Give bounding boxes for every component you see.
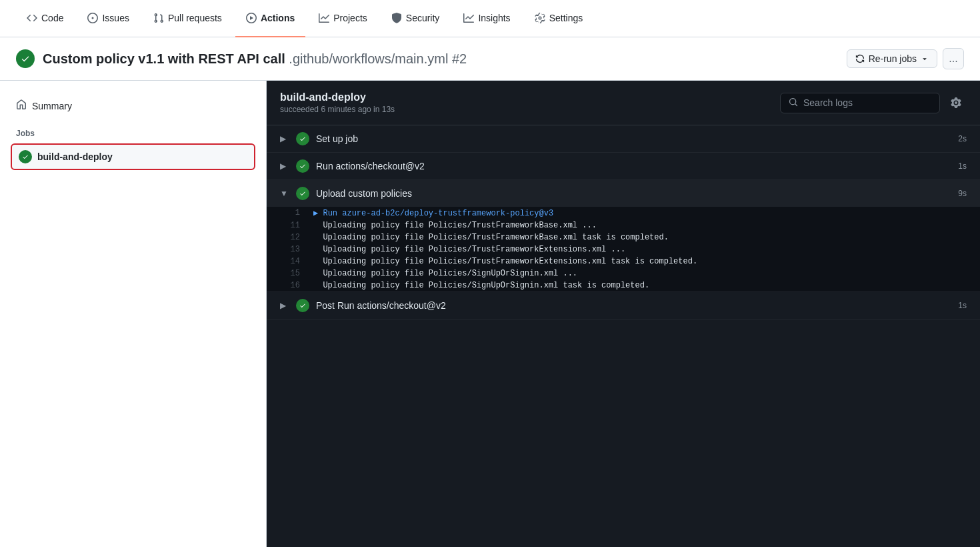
log-content-upload: 1 ▶ Run azure-ad-b2c/deploy-trustframewo… — [267, 207, 980, 292]
actions-icon — [246, 13, 257, 23]
step-upload-label: Upload custom policies — [316, 188, 951, 199]
log-line[interactable]: 1 ▶ Run azure-ad-b2c/deploy-trustframewo… — [267, 207, 980, 219]
search-logs-container[interactable] — [780, 93, 940, 113]
sidebar-job-build-and-deploy[interactable]: build-and-deploy — [11, 143, 255, 170]
step-setup-job-duration: 2s — [958, 134, 967, 143]
log-line[interactable]: 12 Uploading policy file Policies/TrustF… — [267, 231, 980, 243]
nav-security[interactable]: Security — [381, 0, 451, 37]
sidebar-summary-label: Summary — [32, 101, 72, 111]
jobs-section-label: Jobs — [11, 118, 255, 143]
workflow-status-icon — [16, 49, 35, 68]
log-step-checkout-header[interactable]: ▶ Run actions/checkout@v2 1s — [267, 153, 980, 179]
search-icon — [789, 97, 798, 109]
nav-projects-label: Projects — [333, 13, 367, 23]
nav-security-label: Security — [406, 13, 440, 23]
nav-code-label: Code — [41, 13, 63, 23]
top-nav: Code Issues Pull requests Actions Projec… — [0, 0, 980, 37]
step-upload-duration: 9s — [958, 189, 967, 198]
log-line[interactable]: 13 Uploading policy file Policies/TrustF… — [267, 243, 980, 255]
log-panel: build-and-deploy succeeded 6 minutes ago… — [267, 81, 980, 547]
nav-pull-requests[interactable]: Pull requests — [143, 0, 233, 37]
nav-settings[interactable]: Settings — [524, 0, 594, 37]
log-step-setup-job: ▶ Set up job 2s — [267, 125, 980, 153]
log-step-setup-job-header[interactable]: ▶ Set up job 2s — [267, 125, 980, 152]
page-title-area: Custom policy v1.1 with REST API call .g… — [16, 49, 467, 68]
log-line[interactable]: 14 Uploading policy file Policies/TrustF… — [267, 255, 980, 267]
log-job-name: build-and-deploy — [280, 91, 395, 103]
step-checkout-duration: 1s — [958, 161, 967, 171]
step-post-checkout-label: Post Run actions/checkout@v2 — [316, 300, 951, 311]
step-setup-job-label: Set up job — [316, 133, 951, 144]
settings-icon — [535, 13, 545, 23]
sidebar: Summary Jobs build-and-deploy — [0, 81, 267, 547]
step-post-checkout-duration: 1s — [958, 301, 967, 310]
log-step-post-checkout: ▶ Post Run actions/checkout@v2 1s — [267, 292, 980, 320]
chevron-right-icon: ▶ — [280, 134, 289, 143]
log-steps: ▶ Set up job 2s ▶ Run actions/checkout@v… — [267, 125, 980, 547]
log-step-post-checkout-header[interactable]: ▶ Post Run actions/checkout@v2 1s — [267, 292, 980, 319]
log-step-upload-policies: ▼ Upload custom policies 9s 1 ▶ Run azur… — [267, 180, 980, 292]
log-step-checkout: ▶ Run actions/checkout@v2 1s — [267, 153, 980, 180]
job-success-status-icon — [19, 150, 32, 163]
step-check-icon — [296, 187, 309, 200]
sidebar-job-label: build-and-deploy — [37, 151, 113, 162]
nav-insights-label: Insights — [478, 13, 510, 23]
log-settings-button[interactable] — [945, 92, 967, 113]
nav-issues-label: Issues — [102, 13, 129, 23]
log-job-info: build-and-deploy succeeded 6 minutes ago… — [280, 91, 395, 114]
pull-requests-icon — [153, 13, 164, 23]
chevron-right-icon: ▶ — [280, 161, 289, 171]
chevron-right-icon: ▶ — [280, 301, 289, 310]
page-header: Custom policy v1.1 with REST API call .g… — [0, 37, 980, 81]
log-line[interactable]: 11 Uploading policy file Policies/TrustF… — [267, 219, 980, 231]
log-line[interactable]: 15 Uploading policy file Policies/SignUp… — [267, 267, 980, 280]
insights-icon — [463, 13, 474, 23]
header-actions: Re-run jobs ... — [847, 48, 964, 69]
step-check-icon — [296, 299, 309, 312]
step-check-icon — [296, 132, 309, 145]
nav-pull-requests-label: Pull requests — [168, 13, 222, 23]
security-icon — [391, 13, 402, 23]
nav-settings-label: Settings — [549, 13, 583, 23]
nav-projects[interactable]: Projects — [308, 0, 378, 37]
step-checkout-label: Run actions/checkout@v2 — [316, 161, 951, 171]
home-icon — [16, 99, 27, 113]
rerun-jobs-button[interactable]: Re-run jobs — [847, 49, 937, 68]
sidebar-summary-item[interactable]: Summary — [11, 94, 255, 118]
main-layout: Summary Jobs build-and-deploy build-and-… — [0, 81, 980, 547]
nav-issues[interactable]: Issues — [77, 0, 139, 37]
projects-icon — [319, 13, 329, 23]
log-search-area — [780, 92, 967, 113]
step-check-icon — [296, 159, 309, 173]
log-line[interactable]: 16 Uploading policy file Policies/SignUp… — [267, 280, 980, 292]
nav-actions-label: Actions — [261, 13, 295, 23]
log-panel-header: build-and-deploy succeeded 6 minutes ago… — [267, 81, 980, 125]
nav-code[interactable]: Code — [16, 0, 74, 37]
nav-insights[interactable]: Insights — [453, 0, 521, 37]
page-title: Custom policy v1.1 with REST API call .g… — [43, 51, 467, 67]
chevron-down-icon: ▼ — [280, 189, 289, 198]
issues-icon — [87, 13, 98, 23]
search-logs-input[interactable] — [803, 97, 931, 108]
code-icon — [27, 13, 37, 23]
log-job-subtitle: succeeded 6 minutes ago in 13s — [280, 105, 395, 114]
nav-actions[interactable]: Actions — [235, 0, 305, 37]
more-options-button[interactable]: ... — [943, 48, 964, 69]
log-step-upload-header[interactable]: ▼ Upload custom policies 9s — [267, 180, 980, 207]
